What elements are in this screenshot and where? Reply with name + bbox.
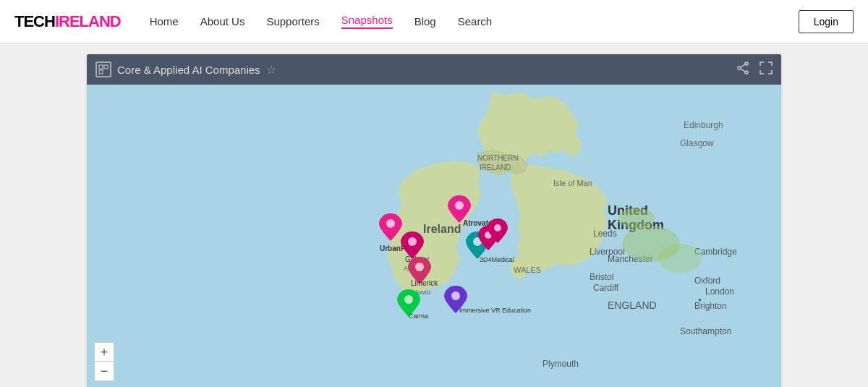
map-header-left: Core & Applied AI Companies ☆ (95, 61, 736, 77)
svg-text:Oxford: Oxford (694, 276, 720, 286)
svg-point-49 (451, 292, 460, 300)
svg-text:Isle of Man: Isle of Man (553, 179, 592, 187)
svg-point-33 (618, 208, 655, 229)
svg-point-3 (745, 62, 748, 65)
zoom-in-button[interactable]: + (95, 343, 114, 362)
svg-rect-1 (104, 65, 108, 69)
svg-text:Carma: Carma (409, 312, 428, 320)
login-button[interactable]: Login (799, 10, 854, 33)
svg-point-4 (745, 71, 748, 74)
svg-line-7 (741, 69, 745, 72)
star-icon[interactable]: ☆ (266, 63, 276, 77)
svg-text:London: London (705, 286, 734, 297)
svg-text:Plymouth: Plymouth (542, 359, 579, 369)
svg-text:Bristol: Bristol (590, 272, 613, 282)
svg-text:IRELAND: IRELAND (480, 163, 511, 171)
site-logo[interactable]: TECHIRELAND (14, 12, 121, 31)
nav-search[interactable]: Search (458, 15, 493, 27)
zoom-controls: + − (94, 342, 114, 381)
svg-text:Edinburgh: Edinburgh (684, 120, 723, 130)
svg-point-36 (455, 201, 464, 210)
svg-point-5 (738, 67, 741, 69)
svg-line-6 (741, 64, 745, 67)
nav-blog[interactable]: Blog (414, 15, 436, 27)
svg-text:Southampton: Southampton (680, 326, 731, 336)
svg-text:Limerick: Limerick (411, 279, 438, 287)
svg-text:Cardiff: Cardiff (593, 283, 619, 293)
svg-point-38 (408, 237, 417, 246)
svg-rect-2 (99, 70, 103, 74)
svg-point-48 (404, 295, 413, 304)
svg-point-41 (415, 263, 424, 271)
map-area[interactable]: United Kingdom ENGLAND WALES NORTHERN IR… (87, 85, 781, 387)
svg-point-34 (386, 219, 395, 228)
svg-point-32 (658, 244, 702, 273)
svg-text:Glasgow: Glasgow (680, 138, 714, 148)
svg-text:WALES: WALES (514, 265, 541, 274)
svg-text:ENGLAND: ENGLAND (608, 299, 657, 311)
share-icon[interactable] (736, 61, 749, 78)
map-card: Core & Applied AI Companies ☆ (87, 54, 781, 387)
fullscreen-icon[interactable] (760, 61, 773, 78)
nav-snapshots[interactable]: Snapshots (341, 14, 393, 29)
zoom-out-button[interactable]: − (95, 362, 114, 380)
main-nav: Home About Us Supporters Snapshots Blog … (150, 14, 799, 29)
svg-text:Immersive VR Education: Immersive VR Education (459, 307, 531, 314)
main-content: Core & Applied AI Companies ☆ (0, 43, 868, 387)
nav-about[interactable]: About Us (200, 15, 245, 27)
svg-text:Leeds: Leeds (593, 229, 617, 239)
logo-tech: TECH (14, 12, 55, 30)
svg-text:Ireland: Ireland (423, 223, 461, 235)
nav-supporters[interactable]: Supporters (266, 15, 319, 27)
svg-text:NORTHERN: NORTHERN (477, 154, 518, 162)
nav-home[interactable]: Home (150, 15, 179, 27)
map-title: Core & Applied AI Companies (117, 64, 260, 76)
svg-text:Brighton: Brighton (694, 301, 727, 311)
map-header-right (736, 61, 773, 78)
svg-point-47 (494, 224, 501, 231)
map-expand-icon (95, 61, 111, 77)
map-header: Core & Applied AI Companies ☆ (87, 54, 781, 85)
logo-ireland: IRELAND (55, 12, 121, 30)
svg-rect-0 (99, 65, 103, 69)
svg-text:3D4Medical: 3D4Medical (480, 256, 514, 263)
